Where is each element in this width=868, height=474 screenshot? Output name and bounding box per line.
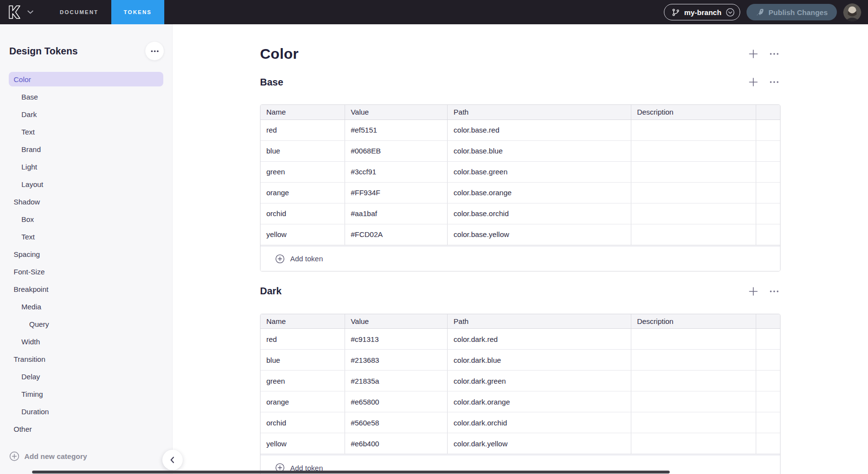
sidebar-item-breakpoint-width[interactable]: Width (9, 334, 163, 349)
publish-changes-button[interactable]: Publish Changes (746, 4, 837, 20)
token-actions-cell[interactable] (756, 350, 780, 371)
token-name-cell[interactable]: blue (260, 140, 345, 161)
token-description-cell[interactable] (631, 140, 756, 161)
token-path-cell[interactable]: color.base.red (448, 119, 631, 140)
token-path-cell[interactable]: color.base.green (448, 161, 631, 182)
add-new-category-button[interactable]: Add new category (9, 451, 87, 461)
token-path-cell[interactable]: color.base.yellow (448, 224, 631, 245)
token-description-cell[interactable] (631, 371, 756, 391)
token-value-cell[interactable]: #3ccf91 (345, 161, 448, 182)
sidebar-item-shadow-text[interactable]: Text (9, 229, 163, 244)
sidebar-item-transition-delay[interactable]: Delay (9, 369, 163, 384)
token-value-cell[interactable]: #0068EB (345, 140, 448, 161)
token-value-cell[interactable]: #aa1baf (345, 203, 448, 224)
token-value-cell[interactable]: #560e58 (345, 412, 448, 433)
add-group-button[interactable] (747, 48, 760, 60)
sidebar-item-color[interactable]: Color (9, 72, 163, 86)
token-actions-cell[interactable] (756, 119, 780, 140)
token-name-cell[interactable]: orchid (260, 203, 345, 224)
token-path-cell[interactable]: color.base.orange (448, 182, 631, 203)
sidebar-menu-button[interactable] (145, 42, 164, 60)
token-value-cell[interactable]: #e6b400 (345, 433, 448, 454)
token-name-cell[interactable]: red (260, 329, 345, 350)
token-value-cell[interactable]: #FF934F (345, 182, 448, 203)
token-actions-cell[interactable] (756, 433, 780, 454)
token-name-cell[interactable]: green (260, 161, 345, 182)
token-description-cell[interactable] (631, 224, 756, 245)
page-menu-button[interactable] (768, 51, 781, 56)
app-menu[interactable] (0, 0, 40, 24)
token-path-cell[interactable]: color.base.orchid (448, 203, 631, 224)
token-name-cell[interactable]: red (260, 119, 345, 140)
section-menu-button[interactable] (768, 289, 781, 294)
token-value-cell[interactable]: #e65800 (345, 391, 448, 412)
token-value-cell[interactable]: #ef5151 (345, 119, 448, 140)
token-name-cell[interactable]: orchid (260, 412, 345, 433)
token-value-cell[interactable]: #FCD02A (345, 224, 448, 245)
sidebar-item-color-brand[interactable]: Brand (9, 142, 163, 156)
token-name-cell[interactable]: blue (260, 350, 345, 371)
token-name-cell[interactable]: yellow (260, 433, 345, 454)
sidebar-collapse-button[interactable] (162, 450, 183, 470)
token-description-cell[interactable] (631, 182, 756, 203)
token-actions-cell[interactable] (756, 224, 780, 245)
token-path-cell[interactable]: color.dark.green (448, 371, 631, 391)
token-value-cell[interactable]: #213683 (345, 350, 448, 371)
token-description-cell[interactable] (631, 119, 756, 140)
token-actions-cell[interactable] (756, 391, 780, 412)
sidebar-item-breakpoint-media[interactable]: Media (9, 299, 163, 314)
sidebar-item-transition[interactable]: Transition (9, 352, 163, 366)
section-menu-button[interactable] (768, 80, 781, 85)
token-name-cell[interactable]: orange (260, 182, 345, 203)
avatar[interactable] (843, 3, 861, 21)
add-token-group-button[interactable] (747, 76, 760, 88)
token-description-cell[interactable] (631, 391, 756, 412)
tab-tokens[interactable]: TOKENS (111, 0, 165, 24)
token-path-cell[interactable]: color.base.blue (448, 140, 631, 161)
token-actions-cell[interactable] (756, 412, 780, 433)
branch-selector[interactable]: my-branch (664, 4, 741, 20)
sidebar-item-shadow-box[interactable]: Box (9, 212, 163, 226)
token-value-cell[interactable]: #c91313 (345, 329, 448, 350)
token-description-cell[interactable] (631, 329, 756, 350)
token-name-cell[interactable]: yellow (260, 224, 345, 245)
sidebar-item-transition-timing[interactable]: Timing (9, 387, 163, 401)
sidebar-item-breakpoint-query[interactable]: Query (9, 317, 163, 331)
sidebar-item-font-size[interactable]: Font-Size (9, 264, 163, 279)
token-path-cell[interactable]: color.dark.orchid (448, 412, 631, 433)
sidebar-item-shadow[interactable]: Shadow (9, 194, 163, 209)
token-name-cell[interactable]: green (260, 371, 345, 391)
sidebar-item-color-text[interactable]: Text (9, 124, 163, 139)
token-description-cell[interactable] (631, 433, 756, 454)
sidebar-item-spacing[interactable]: Spacing (9, 247, 163, 261)
sidebar-item-color-layout[interactable]: Layout (9, 177, 163, 191)
token-actions-cell[interactable] (756, 329, 780, 350)
token-description-cell[interactable] (631, 350, 756, 371)
section-actions (747, 285, 781, 298)
sidebar-item-breakpoint[interactable]: Breakpoint (9, 282, 163, 296)
table-row: blue #213683 color.dark.blue (260, 350, 780, 371)
token-actions-cell[interactable] (756, 182, 780, 203)
token-actions-cell[interactable] (756, 203, 780, 224)
token-actions-cell[interactable] (756, 140, 780, 161)
sidebar-item-other[interactable]: Other (9, 422, 163, 436)
token-path-cell[interactable]: color.dark.orange (448, 391, 631, 412)
token-path-cell[interactable]: color.dark.red (448, 329, 631, 350)
horizontal-scrollbar-thumb[interactable] (32, 471, 670, 474)
token-actions-cell[interactable] (756, 371, 780, 391)
add-token-button[interactable]: Add token (260, 247, 329, 271)
add-token-group-button[interactable] (747, 285, 760, 298)
token-path-cell[interactable]: color.dark.yellow (448, 433, 631, 454)
token-description-cell[interactable] (631, 203, 756, 224)
token-description-cell[interactable] (631, 412, 756, 433)
sidebar-item-color-dark[interactable]: Dark (9, 107, 163, 121)
token-name-cell[interactable]: orange (260, 391, 345, 412)
tab-document[interactable]: DOCUMENT (47, 0, 111, 24)
token-value-cell[interactable]: #21835a (345, 371, 448, 391)
token-description-cell[interactable] (631, 161, 756, 182)
sidebar-item-color-light[interactable]: Light (9, 159, 163, 174)
sidebar-item-transition-duration[interactable]: Duration (9, 404, 163, 419)
token-actions-cell[interactable] (756, 161, 780, 182)
sidebar-item-color-base[interactable]: Base (9, 89, 163, 104)
token-path-cell[interactable]: color.dark.blue (448, 350, 631, 371)
